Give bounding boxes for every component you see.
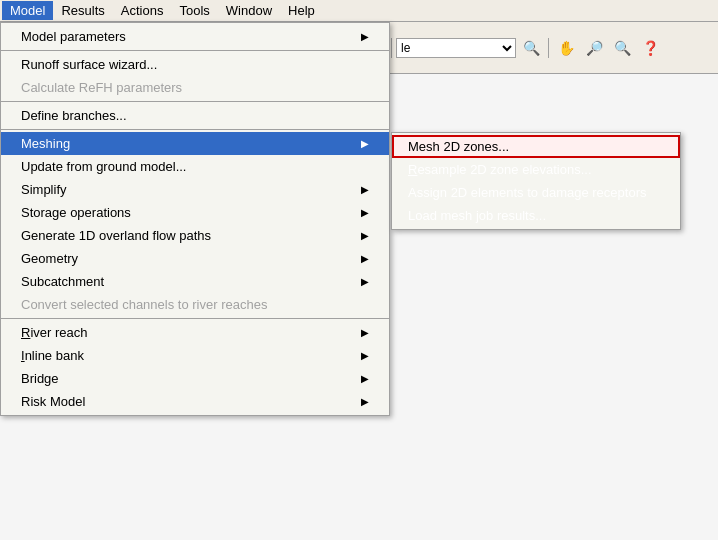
toolbar-btn-pan[interactable]: ✋ [553, 35, 579, 61]
submenu-assign-2d-elements[interactable]: Assign 2D elements to damage receptors [392, 181, 680, 204]
simplify-arrow-icon: ▶ [361, 184, 369, 195]
submenu-load-mesh-results[interactable]: Load mesh job results... [392, 204, 680, 227]
menu-item-help[interactable]: Help [280, 1, 323, 20]
menu-item-actions[interactable]: Actions [113, 1, 172, 20]
separator-3 [1, 129, 389, 130]
meshing-submenu: Mesh 2D zones... Resample 2D zone elevat… [391, 132, 681, 230]
toolbar-btn-zoom-out[interactable]: 🔍 [609, 35, 635, 61]
menu-convert-channels: Convert selected channels to river reach… [1, 293, 389, 316]
toolbar-btn-15[interactable]: ❓ [637, 35, 663, 61]
menu-runoff-wizard[interactable]: Runoff surface wizard... [1, 53, 389, 76]
separator-1 [1, 50, 389, 51]
river-reach-arrow-icon: ▶ [361, 327, 369, 338]
menu-storage-operations[interactable]: Storage operations ▶ [1, 201, 389, 224]
menu-risk-model[interactable]: Risk Model ▶ [1, 390, 389, 413]
menu-geometry[interactable]: Geometry ▶ [1, 247, 389, 270]
toolbar-btn-14[interactable]: 🔍 [518, 35, 544, 61]
menu-item-tools[interactable]: Tools [171, 1, 217, 20]
storage-arrow-icon: ▶ [361, 207, 369, 218]
menu-generate-1d[interactable]: Generate 1D overland flow paths ▶ [1, 224, 389, 247]
separator-2 [1, 101, 389, 102]
layer-select[interactable]: le [396, 38, 516, 58]
meshing-arrow-icon: ▶ [361, 138, 369, 149]
menu-subcatchment[interactable]: Subcatchment ▶ [1, 270, 389, 293]
menu-define-branches[interactable]: Define branches... [1, 104, 389, 127]
menu-bridge[interactable]: Bridge ▶ [1, 367, 389, 390]
menu-item-window[interactable]: Window [218, 1, 280, 20]
menu-meshing[interactable]: Meshing ▶ Mesh 2D zones... Resample 2D z… [1, 132, 389, 155]
menu-river-reach[interactable]: River reach ▶ [1, 321, 389, 344]
dropdown-overlay: Model parameters ▶ Runoff surface wizard… [0, 22, 390, 416]
submenu-resample-2d[interactable]: Resample 2D zone elevations... [392, 158, 680, 181]
menu-inline-bank[interactable]: Inline bank ▶ [1, 344, 389, 367]
menu-bar: Model Results Actions Tools Window Help [0, 0, 718, 22]
risk-model-arrow-icon: ▶ [361, 396, 369, 407]
geometry-arrow-icon: ▶ [361, 253, 369, 264]
arrow-icon: ▶ [361, 31, 369, 42]
model-dropdown: Model parameters ▶ Runoff surface wizard… [0, 22, 390, 416]
subcatchment-arrow-icon: ▶ [361, 276, 369, 287]
submenu-mesh-2d-zones[interactable]: Mesh 2D zones... [392, 135, 680, 158]
separator-4 [1, 318, 389, 319]
inline-bank-arrow-icon: ▶ [361, 350, 369, 361]
menu-item-results[interactable]: Results [53, 1, 112, 20]
menu-item-model[interactable]: Model [2, 1, 53, 20]
menu-update-ground-model[interactable]: Update from ground model... [1, 155, 389, 178]
menu-model-parameters[interactable]: Model parameters ▶ [1, 25, 389, 48]
toolbar-btn-zoom-in[interactable]: 🔎 [581, 35, 607, 61]
menu-calculate-refh: Calculate ReFH parameters [1, 76, 389, 99]
menu-simplify[interactable]: Simplify ▶ [1, 178, 389, 201]
generate-arrow-icon: ▶ [361, 230, 369, 241]
bridge-arrow-icon: ▶ [361, 373, 369, 384]
